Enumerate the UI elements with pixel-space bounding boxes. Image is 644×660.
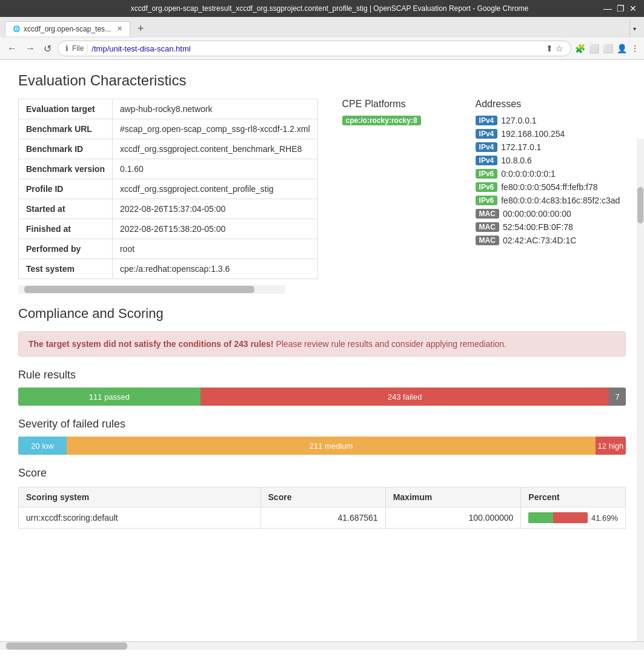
tabs-dropdown-button[interactable]: ▾ — [629, 19, 639, 38]
bottom-scrollbar-thumb[interactable] — [6, 642, 127, 650]
addresses-title: Addresses — [476, 99, 620, 110]
eval-label: Benchmark version — [19, 159, 113, 179]
eval-characteristics-table: Evaluation targetawp-hub-rocky8.networkB… — [18, 99, 318, 279]
browser-tab-active[interactable]: 🌐 xccdf_org.open-scap_tes... ✕ — [5, 21, 130, 36]
eval-value: xccdf_org.ssgproject.content_benchmark_R… — [112, 139, 317, 159]
sev-medium-bar: 211 medium — [67, 437, 596, 455]
percent-bar-container: 41.69% — [528, 512, 618, 523]
list-item: IPv6fe80:0:0:0:5054:ff:fefb:f78 — [476, 182, 620, 192]
eval-label: Performed by — [19, 239, 113, 259]
address-value: 172.17.0.1 — [501, 142, 541, 152]
vertical-scrollbar-thumb[interactable] — [637, 187, 643, 223]
back-button[interactable]: ← — [5, 42, 19, 55]
eval-label: Started at — [19, 199, 113, 219]
eval-label: Evaluation target — [19, 99, 113, 119]
url-scheme-label: File — [72, 44, 88, 53]
tab-bar: 🌐 xccdf_org.open-scap_tes... ✕ + ▾ — [0, 17, 644, 38]
address-value: 10.8.0.6 — [501, 156, 532, 165]
score-value-cell: 41.687561 — [261, 507, 385, 529]
horizontal-scrollbar[interactable] — [18, 285, 285, 294]
list-item: IPv4127.0.0.1 — [476, 116, 620, 125]
addresses-section: Addresses IPv4127.0.0.1IPv4192.168.100.2… — [476, 99, 620, 249]
score-system-cell: urn:xccdf:scoring:default — [19, 507, 261, 529]
tab-favicon: 🌐 — [13, 25, 20, 32]
window-controls[interactable]: — ❐ ✕ — [603, 4, 637, 13]
cpe-badge: cpe:/o:rocky:rocky:8 — [342, 116, 421, 125]
vertical-scrollbar[interactable] — [637, 139, 644, 650]
address-value: 127.0.0.1 — [501, 116, 536, 125]
rule-results-bar: 111 passed 243 failed 7 — [18, 388, 626, 406]
eval-value: #scap_org.open-scap_comp_ssg-rl8-xccdf-1… — [112, 119, 317, 139]
security-icon: ℹ — [65, 44, 68, 53]
compliance-alert: The target system did not satisfy the co… — [18, 331, 626, 357]
failed-label: 243 failed — [388, 392, 422, 401]
tab-close-button[interactable]: ✕ — [117, 25, 122, 33]
alert-suffix-text: Please review rule results and consider … — [276, 339, 506, 349]
bookmark-button[interactable]: ☆ — [556, 44, 563, 53]
list-item: IPv4172.17.0.1 — [476, 142, 620, 152]
percent-bar-background — [528, 512, 588, 523]
cast-button[interactable]: ⬜ — [589, 44, 599, 53]
minimize-button[interactable]: — — [603, 4, 612, 13]
profile-button[interactable]: 👤 — [617, 44, 627, 53]
cpe-platforms-list: cpe:/o:rocky:rocky:8 — [342, 116, 451, 125]
address-value: 02:42:AC:73:4D:1C — [503, 236, 576, 245]
maximize-button[interactable]: ❐ — [617, 4, 625, 13]
eval-value: cpe:/a:redhat:openscap:1.3.6 — [112, 259, 317, 279]
passed-label: 111 passed — [89, 392, 130, 401]
table-row: Test systemcpe:/a:redhat:openscap:1.3.6 — [19, 259, 318, 279]
address-type-badge: IPv6 — [476, 169, 498, 179]
info-grid: Evaluation targetawp-hub-rocky8.networkB… — [18, 99, 626, 279]
horizontal-scrollbar-thumb[interactable] — [24, 286, 254, 293]
table-row: Finished at2022-08-26T15:38:20-05:00 — [19, 219, 318, 239]
table-row: Benchmark IDxccdf_org.ssgproject.content… — [19, 139, 318, 159]
menu-button[interactable]: ⋮ — [631, 44, 639, 53]
list-item: IPv410.8.0.6 — [476, 156, 620, 165]
eval-label: Benchmark ID — [19, 139, 113, 159]
bar-failed: 243 failed — [201, 388, 609, 406]
address-input-container[interactable]: ℹ File ⬆ ☆ — [58, 41, 571, 56]
sev-high-bar: 12 high — [596, 437, 626, 455]
address-value: 192.168.100.254 — [501, 129, 565, 139]
table-row: Started at2022-08-26T15:37:04-05:00 — [19, 199, 318, 219]
forward-button[interactable]: → — [23, 42, 38, 55]
reload-button[interactable]: ↺ — [41, 42, 54, 56]
address-type-badge: MAC — [476, 236, 499, 245]
address-type-badge: IPv4 — [476, 116, 498, 125]
sev-medium-label: 211 medium — [310, 441, 353, 450]
address-type-badge: IPv4 — [476, 156, 498, 165]
address-input[interactable] — [91, 44, 542, 53]
close-button[interactable]: ✕ — [629, 4, 637, 13]
list-item: IPv60:0:0:0:0:0:0:1 — [476, 169, 620, 179]
sev-high-label: 12 high — [598, 441, 624, 450]
cpe-platforms-title: CPE Platforms — [342, 99, 451, 110]
addresses-list: IPv4127.0.0.1IPv4192.168.100.254IPv4172.… — [476, 116, 620, 245]
score-col-percent: Percent — [521, 487, 626, 507]
eval-value: awp-hub-rocky8.network — [112, 99, 317, 119]
score-percent-cell: 41.69% — [521, 507, 626, 529]
percent-label: 41.69% — [591, 513, 618, 523]
table-row: Performed byroot — [19, 239, 318, 259]
address-type-badge: IPv4 — [476, 129, 498, 139]
address-value: 00:00:00:00:00:00 — [503, 209, 571, 219]
list-item: MAC00:00:00:00:00:00 — [476, 209, 620, 219]
score-col-system: Scoring system — [19, 487, 261, 507]
eval-value: 2022-08-26T15:38:20-05:00 — [112, 219, 317, 239]
score-title: Score — [18, 467, 626, 480]
new-tab-button[interactable]: + — [133, 20, 149, 38]
browser-titlebar: xccdf_org.open-scap_testresult_xccdf_org… — [0, 0, 644, 17]
browser-title: xccdf_org.open-scap_testresult_xccdf_org… — [56, 4, 603, 13]
eval-value: root — [112, 239, 317, 259]
screenshot-button[interactable]: ⬜ — [603, 44, 613, 53]
bar-passed: 111 passed — [18, 388, 201, 406]
extensions-button[interactable]: 🧩 — [575, 44, 585, 53]
eval-value: xccdf_org.ssgproject.content_profile_sti… — [112, 179, 317, 199]
eval-label: Profile ID — [19, 179, 113, 199]
share-button[interactable]: ⬆ — [546, 44, 553, 53]
table-row: Evaluation targetawp-hub-rocky8.network — [19, 99, 318, 119]
compliance-title: Compliance and Scoring — [18, 306, 626, 322]
score-col-score: Score — [261, 487, 385, 507]
table-row: Profile IDxccdf_org.ssgproject.content_p… — [19, 179, 318, 199]
bottom-scrollbar[interactable] — [0, 641, 644, 650]
eval-label: Benchmark URL — [19, 119, 113, 139]
